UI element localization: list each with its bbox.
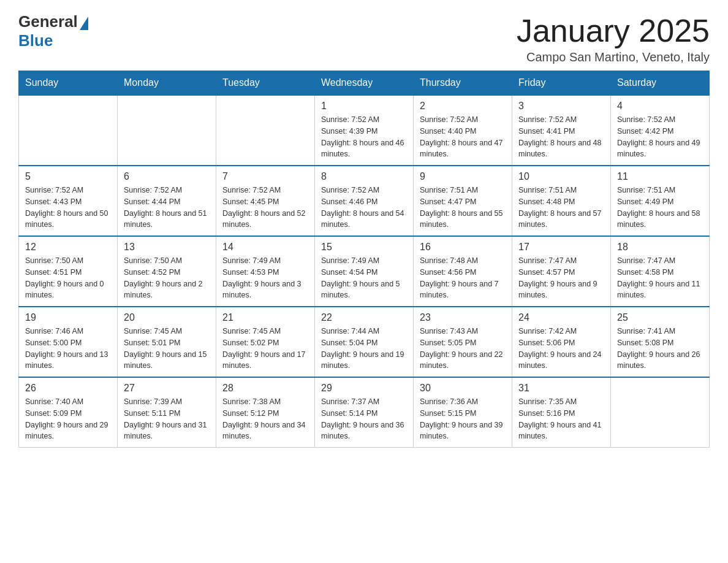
calendar-header-thursday: Thursday bbox=[414, 71, 512, 96]
day-number: 9 bbox=[420, 171, 506, 182]
day-number: 20 bbox=[124, 312, 210, 323]
logo: General Blue bbox=[18, 12, 88, 50]
logo-triangle-icon bbox=[80, 17, 88, 30]
day-info: Sunrise: 7:51 AM Sunset: 4:47 PM Dayligh… bbox=[420, 185, 506, 231]
calendar-cell: 11Sunrise: 7:51 AM Sunset: 4:49 PM Dayli… bbox=[611, 166, 710, 236]
calendar-cell: 28Sunrise: 7:38 AM Sunset: 5:12 PM Dayli… bbox=[216, 377, 315, 448]
day-number: 1 bbox=[321, 101, 407, 112]
day-number: 5 bbox=[25, 171, 111, 182]
day-info: Sunrise: 7:40 AM Sunset: 5:09 PM Dayligh… bbox=[25, 396, 111, 442]
calendar-cell: 27Sunrise: 7:39 AM Sunset: 5:11 PM Dayli… bbox=[118, 377, 216, 448]
calendar-cell: 22Sunrise: 7:44 AM Sunset: 5:04 PM Dayli… bbox=[315, 307, 414, 377]
calendar-cell: 30Sunrise: 7:36 AM Sunset: 5:15 PM Dayli… bbox=[414, 377, 512, 448]
day-info: Sunrise: 7:52 AM Sunset: 4:40 PM Dayligh… bbox=[420, 114, 506, 160]
day-info: Sunrise: 7:41 AM Sunset: 5:08 PM Dayligh… bbox=[617, 326, 703, 372]
calendar-cell: 31Sunrise: 7:35 AM Sunset: 5:16 PM Dayli… bbox=[512, 377, 611, 448]
day-number: 2 bbox=[420, 101, 506, 112]
calendar-cell: 19Sunrise: 7:46 AM Sunset: 5:00 PM Dayli… bbox=[19, 307, 118, 377]
calendar-cell: 1Sunrise: 7:52 AM Sunset: 4:39 PM Daylig… bbox=[315, 95, 414, 166]
day-number: 11 bbox=[617, 171, 703, 182]
calendar-week-row: 5Sunrise: 7:52 AM Sunset: 4:43 PM Daylig… bbox=[19, 166, 710, 236]
day-number: 17 bbox=[518, 242, 604, 253]
calendar-week-row: 12Sunrise: 7:50 AM Sunset: 4:51 PM Dayli… bbox=[19, 236, 710, 307]
day-number: 10 bbox=[518, 171, 604, 182]
calendar-cell bbox=[611, 377, 710, 448]
calendar-cell: 23Sunrise: 7:43 AM Sunset: 5:05 PM Dayli… bbox=[414, 307, 512, 377]
day-info: Sunrise: 7:45 AM Sunset: 5:02 PM Dayligh… bbox=[222, 326, 308, 372]
calendar-header-row: SundayMondayTuesdayWednesdayThursdayFrid… bbox=[19, 71, 710, 96]
calendar-cell: 21Sunrise: 7:45 AM Sunset: 5:02 PM Dayli… bbox=[216, 307, 315, 377]
logo-blue-text: Blue bbox=[18, 31, 53, 50]
calendar-cell: 16Sunrise: 7:48 AM Sunset: 4:56 PM Dayli… bbox=[414, 236, 512, 307]
day-number: 13 bbox=[124, 242, 210, 253]
day-info: Sunrise: 7:51 AM Sunset: 4:49 PM Dayligh… bbox=[617, 185, 703, 231]
day-number: 25 bbox=[617, 312, 703, 323]
title-section: January 2025 Campo San Martino, Veneto, … bbox=[517, 12, 710, 64]
calendar-cell: 25Sunrise: 7:41 AM Sunset: 5:08 PM Dayli… bbox=[611, 307, 710, 377]
calendar-cell: 24Sunrise: 7:42 AM Sunset: 5:06 PM Dayli… bbox=[512, 307, 611, 377]
calendar-week-row: 26Sunrise: 7:40 AM Sunset: 5:09 PM Dayli… bbox=[19, 377, 710, 448]
calendar-header-sunday: Sunday bbox=[19, 71, 118, 96]
day-number: 30 bbox=[420, 383, 506, 394]
calendar-cell bbox=[216, 95, 315, 166]
day-info: Sunrise: 7:49 AM Sunset: 4:53 PM Dayligh… bbox=[222, 255, 308, 301]
calendar-cell: 26Sunrise: 7:40 AM Sunset: 5:09 PM Dayli… bbox=[19, 377, 118, 448]
day-info: Sunrise: 7:49 AM Sunset: 4:54 PM Dayligh… bbox=[321, 255, 407, 301]
calendar-table: SundayMondayTuesdayWednesdayThursdayFrid… bbox=[18, 71, 710, 448]
day-info: Sunrise: 7:47 AM Sunset: 4:58 PM Dayligh… bbox=[617, 255, 703, 301]
day-info: Sunrise: 7:50 AM Sunset: 4:51 PM Dayligh… bbox=[25, 255, 111, 301]
day-number: 21 bbox=[222, 312, 308, 323]
calendar-header-tuesday: Tuesday bbox=[216, 71, 315, 96]
calendar-header-monday: Monday bbox=[118, 71, 216, 96]
day-number: 31 bbox=[518, 383, 604, 394]
day-info: Sunrise: 7:47 AM Sunset: 4:57 PM Dayligh… bbox=[518, 255, 604, 301]
day-info: Sunrise: 7:44 AM Sunset: 5:04 PM Dayligh… bbox=[321, 326, 407, 372]
calendar-cell: 29Sunrise: 7:37 AM Sunset: 5:14 PM Dayli… bbox=[315, 377, 414, 448]
day-number: 18 bbox=[617, 242, 703, 253]
day-number: 8 bbox=[321, 171, 407, 182]
day-number: 14 bbox=[222, 242, 308, 253]
day-number: 27 bbox=[124, 383, 210, 394]
day-number: 28 bbox=[222, 383, 308, 394]
day-info: Sunrise: 7:37 AM Sunset: 5:14 PM Dayligh… bbox=[321, 396, 407, 442]
calendar-cell: 8Sunrise: 7:52 AM Sunset: 4:46 PM Daylig… bbox=[315, 166, 414, 236]
day-info: Sunrise: 7:52 AM Sunset: 4:44 PM Dayligh… bbox=[124, 185, 210, 231]
calendar-cell: 7Sunrise: 7:52 AM Sunset: 4:45 PM Daylig… bbox=[216, 166, 315, 236]
day-number: 24 bbox=[518, 312, 604, 323]
calendar-cell: 4Sunrise: 7:52 AM Sunset: 4:42 PM Daylig… bbox=[611, 95, 710, 166]
day-number: 16 bbox=[420, 242, 506, 253]
calendar-cell: 3Sunrise: 7:52 AM Sunset: 4:41 PM Daylig… bbox=[512, 95, 611, 166]
day-number: 4 bbox=[617, 101, 703, 112]
day-info: Sunrise: 7:52 AM Sunset: 4:39 PM Dayligh… bbox=[321, 114, 407, 160]
day-number: 23 bbox=[420, 312, 506, 323]
day-number: 7 bbox=[222, 171, 308, 182]
calendar-cell: 9Sunrise: 7:51 AM Sunset: 4:47 PM Daylig… bbox=[414, 166, 512, 236]
day-info: Sunrise: 7:52 AM Sunset: 4:46 PM Dayligh… bbox=[321, 185, 407, 231]
day-info: Sunrise: 7:48 AM Sunset: 4:56 PM Dayligh… bbox=[420, 255, 506, 301]
calendar-cell bbox=[19, 95, 118, 166]
day-number: 29 bbox=[321, 383, 407, 394]
calendar-cell: 14Sunrise: 7:49 AM Sunset: 4:53 PM Dayli… bbox=[216, 236, 315, 307]
day-number: 15 bbox=[321, 242, 407, 253]
calendar-cell: 20Sunrise: 7:45 AM Sunset: 5:01 PM Dayli… bbox=[118, 307, 216, 377]
calendar-header-wednesday: Wednesday bbox=[315, 71, 414, 96]
day-number: 19 bbox=[25, 312, 111, 323]
location-text: Campo San Martino, Veneto, Italy bbox=[517, 50, 710, 64]
day-info: Sunrise: 7:38 AM Sunset: 5:12 PM Dayligh… bbox=[222, 396, 308, 442]
day-number: 12 bbox=[25, 242, 111, 253]
day-info: Sunrise: 7:51 AM Sunset: 4:48 PM Dayligh… bbox=[518, 185, 604, 231]
calendar-cell: 17Sunrise: 7:47 AM Sunset: 4:57 PM Dayli… bbox=[512, 236, 611, 307]
calendar-cell: 13Sunrise: 7:50 AM Sunset: 4:52 PM Dayli… bbox=[118, 236, 216, 307]
day-number: 26 bbox=[25, 383, 111, 394]
calendar-cell: 18Sunrise: 7:47 AM Sunset: 4:58 PM Dayli… bbox=[611, 236, 710, 307]
day-info: Sunrise: 7:46 AM Sunset: 5:00 PM Dayligh… bbox=[25, 326, 111, 372]
day-info: Sunrise: 7:52 AM Sunset: 4:43 PM Dayligh… bbox=[25, 185, 111, 231]
calendar-cell: 10Sunrise: 7:51 AM Sunset: 4:48 PM Dayli… bbox=[512, 166, 611, 236]
calendar-week-row: 19Sunrise: 7:46 AM Sunset: 5:00 PM Dayli… bbox=[19, 307, 710, 377]
calendar-cell: 2Sunrise: 7:52 AM Sunset: 4:40 PM Daylig… bbox=[414, 95, 512, 166]
calendar-cell: 6Sunrise: 7:52 AM Sunset: 4:44 PM Daylig… bbox=[118, 166, 216, 236]
calendar-cell: 5Sunrise: 7:52 AM Sunset: 4:43 PM Daylig… bbox=[19, 166, 118, 236]
calendar-cell: 12Sunrise: 7:50 AM Sunset: 4:51 PM Dayli… bbox=[19, 236, 118, 307]
calendar-cell bbox=[118, 95, 216, 166]
day-info: Sunrise: 7:35 AM Sunset: 5:16 PM Dayligh… bbox=[518, 396, 604, 442]
